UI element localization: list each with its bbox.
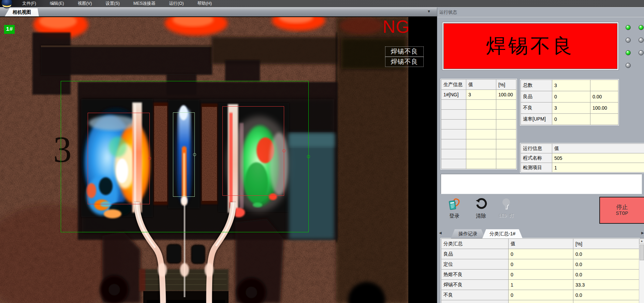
roi-handle[interactable] [282,149,286,152]
roi-handle[interactable] [307,155,310,158]
stop-label-cn: 停止 [616,204,628,211]
led-light-button[interactable]: LED 灯 [495,198,517,218]
stop-label-en: STOP [616,211,628,217]
table-cell [590,114,618,125]
table-row: 检测项目1 [521,163,644,173]
tab-scroll-right-icon[interactable]: ▶ [641,231,644,235]
scrollbar-thumb[interactable] [640,245,644,260]
table-cell [441,100,466,110]
inspection-result-text: NG [383,17,410,36]
table-cell [441,139,466,149]
table-cell: 1 [509,280,573,290]
menu-item-2[interactable]: 视图(V) [73,0,97,7]
result-banner-frame: 焊锡不良 [442,22,619,70]
roi-handle[interactable] [193,153,196,156]
table-cell: 1#[NG] [441,90,466,100]
table-row: 定位00.0 [441,259,639,270]
table-cell: 不良 [441,290,509,300]
status-led-gray [626,63,631,68]
defect-label: 焊锡不良 [385,46,424,57]
station-badge: 1# [4,25,15,34]
tab-classification-summary[interactable]: 分类汇总-1# [482,229,523,238]
totals-table: 总数3良品00.00不良3100.00速率[UPM]0 [521,80,618,125]
menu-item-6[interactable]: 帮助(H) [193,0,216,7]
column-header: 分类汇总 [441,239,509,249]
menu-item-1[interactable]: 编辑(E) [45,0,69,7]
tab-camera-view[interactable]: 相机视图 [5,8,39,16]
table-cell [509,300,573,303]
table-row [441,110,516,120]
table-row [441,129,516,139]
table-cell: 505 [552,153,644,163]
column-header: 生产信息 [441,80,466,90]
table-cell [441,110,466,120]
table-cell: 定位 [441,259,509,270]
classification-summary-table: 分类汇总值[%]良品00.0定位00.0热熔不良00.0焊锡不良133.3不良0… [441,238,639,303]
led-light-label: LED 灯 [499,213,514,218]
status-led-gray [639,38,644,43]
table-cell [590,80,618,91]
led-indicator-column-1 [626,25,631,75]
table-cell: 0.0 [573,249,639,259]
column-header: 值 [509,239,573,249]
login-button[interactable]: 登录 [446,198,463,218]
table-row [441,159,516,169]
status-led-gray [639,50,644,55]
table-cell [466,110,496,120]
table-cell [441,129,466,139]
table-cell [496,110,516,120]
column-header: [%] [573,239,639,249]
table-cell [441,120,466,129]
summary-table-scrollbar[interactable]: ▲ [639,238,644,303]
column-header: 值 [466,80,496,90]
menu-item-3[interactable]: 设置(S) [101,0,124,7]
table-row [441,300,639,303]
table-cell: 1 [552,163,644,173]
table-row: 良品00.0 [441,249,639,259]
table-cell [496,129,516,139]
chevron-down-icon[interactable]: ▼ [427,9,431,13]
app-window: 文件(F)编辑(E)视图(V)设置(S)MES连接器运行(O)帮助(H) 相机视… [0,0,644,303]
table-cell: 焊锡不良 [441,280,509,290]
table-row [441,100,516,110]
table-cell: 100.00 [496,90,516,100]
table-cell [466,120,496,129]
result-banner: 焊锡不良 [443,23,617,69]
table-cell: 总数 [521,80,552,91]
camera-viewport: 3 [0,16,437,303]
table-cell [496,139,516,149]
table-cell [496,159,516,169]
clear-label: 清除 [476,213,486,218]
table-cell [496,149,516,159]
table-cell: 良品 [521,91,552,102]
table-row: 不良3100.00 [521,102,618,114]
tab-scroll-left-icon[interactable]: ◀ [439,231,442,235]
menu-item-4[interactable]: MES连接器 [129,0,160,7]
table-cell [466,100,496,110]
table-cell: 3 [552,80,590,91]
clear-button[interactable]: 清除 [473,198,489,218]
scrollbar-up-icon[interactable]: ▲ [639,238,644,244]
table-cell [441,159,466,169]
menu-item-5[interactable]: 运行(O) [165,0,188,7]
table-cell: 检测项目 [521,163,552,173]
table-cell [441,300,509,303]
table-cell: 0 [509,270,573,280]
menu-item-0[interactable]: 文件(F) [18,0,41,7]
table-cell: 0 [509,249,573,259]
roi-handle[interactable] [148,157,151,160]
table-row: 良品00.00 [521,91,618,102]
table-cell: 程式名称 [521,153,552,163]
table-cell [466,149,496,159]
camera-tab-strip: 相机视图 ▼ [0,8,437,16]
table-cell: 热熔不良 [441,270,509,280]
column-header: [%] [496,80,516,90]
table-cell [441,149,466,159]
status-led-green [639,25,644,30]
tab-operation-log[interactable]: 操作记录 [451,229,485,238]
circular-arrow-icon [475,198,487,210]
table-row [441,120,516,129]
status-led-green [626,50,631,55]
table-cell [466,139,496,149]
stop-button[interactable]: 停止 STOP [599,197,644,224]
